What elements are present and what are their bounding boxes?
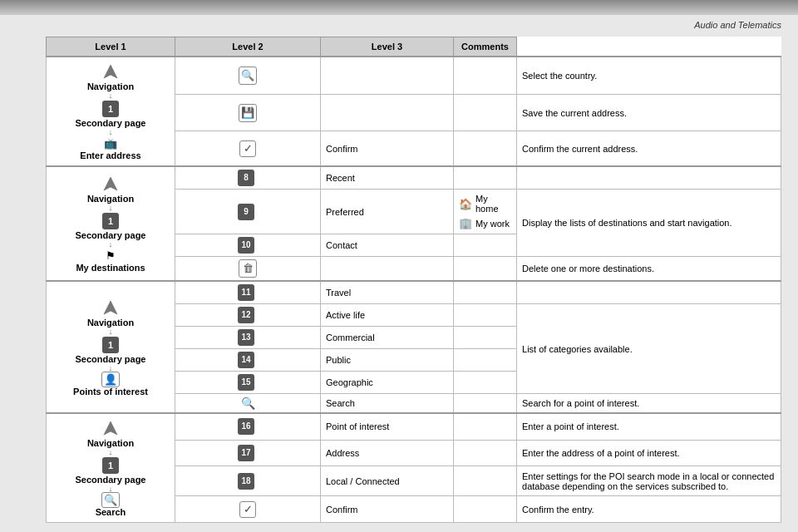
level2-icon-cell: 15 xyxy=(175,372,321,394)
third-label: Search xyxy=(96,507,126,517)
arrow-down: ↓ xyxy=(109,92,113,100)
level2-text-cell xyxy=(321,57,454,94)
level1-cell: Navigation ↓ 1 Secondary page ↓ ⚑ My des… xyxy=(47,166,175,281)
main-content: Level 1 Level 2 Level 3 Comments Navigat… xyxy=(0,33,798,531)
nav-label: Navigation xyxy=(87,81,134,91)
level2-text-cell: Search xyxy=(321,394,454,414)
num-badge: 11 xyxy=(238,284,254,301)
arrow-down: ↓ xyxy=(109,328,113,336)
level2-icon-cell: 8 xyxy=(175,166,321,190)
level2-icon-cell: ✓ xyxy=(175,496,321,523)
level2-icon-cell: 12 xyxy=(175,304,321,327)
level2-text-cell: Commercial xyxy=(321,327,454,349)
secondary-page-label: Secondary page xyxy=(76,118,146,128)
num-badge: 17 xyxy=(238,445,254,461)
level2-icon-cell: 13 xyxy=(175,327,321,349)
check-icon: ✓ xyxy=(239,501,256,518)
level3-cell xyxy=(454,234,517,257)
arrow-down-2: ↓ xyxy=(109,129,113,136)
search-icon: 🔍 xyxy=(239,66,257,85)
nav-label: Navigation xyxy=(87,318,134,328)
num-badge: 16 xyxy=(238,418,254,435)
num-badge: 13 xyxy=(238,329,254,346)
level3-cell xyxy=(454,413,517,440)
secondary-page-label: Secondary page xyxy=(76,354,146,364)
level3-cell xyxy=(454,496,517,523)
level2-icon-cell: 18 xyxy=(175,466,321,496)
comment-cell: Display the lists of destinations and st… xyxy=(517,190,781,257)
third-label: My destinations xyxy=(76,263,145,273)
search-icon: 🔍 xyxy=(241,397,255,410)
level2-icon-cell: 10 xyxy=(175,234,321,257)
level2-icon-cell: 🗑 xyxy=(175,257,321,282)
nav-label: Navigation xyxy=(87,438,134,448)
level3-cell xyxy=(454,257,517,282)
level3-item: 🏠 My home xyxy=(459,192,511,215)
navigation-icon xyxy=(101,298,120,317)
comment-cell: Enter the address of a point of interest… xyxy=(517,440,781,466)
badge-1: 1 xyxy=(102,457,119,474)
level1-cell: Navigation ↓ 1 Secondary page ↓ 📺 Enter … xyxy=(47,57,175,166)
level2-text-cell xyxy=(321,257,454,282)
level2-icon-cell: 16 xyxy=(175,413,321,440)
level2-icon-cell: 🔍 xyxy=(175,394,321,414)
badge-1: 1 xyxy=(102,337,119,353)
level2-text-cell: Preferred xyxy=(321,190,454,234)
table-row: Navigation ↓ 1 Secondary page ↓ 🔍 Search… xyxy=(47,413,781,440)
level3-cell xyxy=(454,440,517,466)
table-row: Navigation ↓ 1 Secondary page ↓ ⚑ My des… xyxy=(47,166,781,190)
level2-text-cell: Point of interest xyxy=(321,413,454,440)
trash-icon: 🗑 xyxy=(239,259,257,278)
num-badge: 12 xyxy=(238,307,254,323)
third-icon: 🔍 xyxy=(101,494,120,506)
svg-marker-3 xyxy=(104,421,117,435)
comment-cell xyxy=(517,166,781,190)
level2-icon-cell: 17 xyxy=(175,440,321,466)
level2-text-cell: Geographic xyxy=(321,372,454,394)
level3-cell xyxy=(454,304,517,327)
comment-cell: Save the current address. xyxy=(517,94,781,131)
navigation-icon xyxy=(101,62,120,81)
level2-icon-cell: 11 xyxy=(175,281,321,304)
level3-item: 🏢 My work xyxy=(459,215,511,231)
comment-cell: List of categories available. xyxy=(517,304,781,394)
level3-cell xyxy=(454,372,517,394)
num-badge: 14 xyxy=(238,352,254,368)
comment-cell: Confirm the current address. xyxy=(517,131,781,166)
level2-text-cell: Confirm xyxy=(321,496,454,523)
third-icon: 👤 xyxy=(101,373,120,386)
level2-text-cell: Recent xyxy=(321,166,454,190)
num-badge: 15 xyxy=(238,374,254,391)
level2-icon-cell: 14 xyxy=(175,349,321,372)
level2-text-cell xyxy=(321,94,454,131)
level2-text-cell: Address xyxy=(321,440,454,466)
col-header-level1: Level 1 xyxy=(47,37,175,57)
level3-cell: 🏠 My home 🏢 My work xyxy=(454,190,517,234)
svg-marker-2 xyxy=(104,301,117,314)
arrow-down-2: ↓ xyxy=(109,241,113,249)
arrow-down: ↓ xyxy=(109,204,113,212)
comment-cell: Search for a point of interest. xyxy=(517,394,781,414)
place-icon: 🏠 xyxy=(459,198,472,210)
level3-cell xyxy=(454,281,517,304)
col-header-comments: Comments xyxy=(454,37,517,57)
badge-1: 1 xyxy=(102,213,119,229)
level2-text-cell: Travel xyxy=(321,281,454,304)
svg-marker-1 xyxy=(104,177,117,190)
place-icon: 🏢 xyxy=(459,217,472,229)
third-label: Enter address xyxy=(80,150,140,160)
level2-text-cell: Local / Connected xyxy=(321,466,454,496)
level3-cell xyxy=(454,349,517,372)
badge-1: 1 xyxy=(102,101,119,117)
place-label: My home xyxy=(475,194,511,214)
svg-marker-0 xyxy=(104,65,117,78)
third-icon: ⚑ xyxy=(106,249,116,262)
level2-text-cell: Contact xyxy=(321,234,454,257)
num-badge: 9 xyxy=(238,204,254,220)
level2-icon-cell: ✓ xyxy=(175,131,321,166)
num-badge: 8 xyxy=(238,170,254,186)
navigation-icon xyxy=(101,175,120,193)
comment-cell: Enter a point of interest. xyxy=(517,413,781,440)
place-label: My work xyxy=(475,219,510,229)
level2-text-cell: Active life xyxy=(321,304,454,327)
